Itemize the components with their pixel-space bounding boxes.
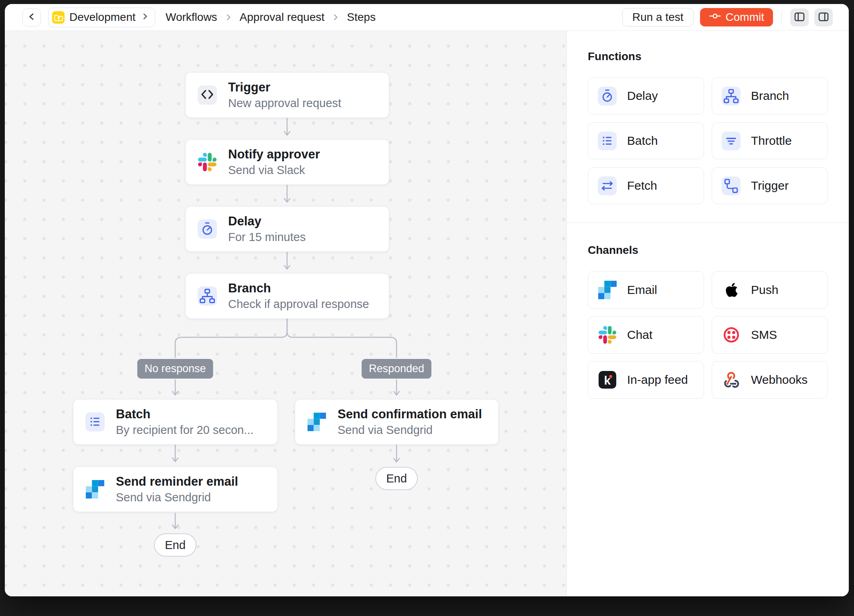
node-subtitle: By recipient for 20 secon... bbox=[116, 423, 253, 437]
node-text: Batch By recipient for 20 secon... bbox=[116, 407, 253, 437]
branch-icon bbox=[198, 286, 217, 306]
folder-icon bbox=[52, 11, 65, 24]
node-notify-approver[interactable]: Notify approver Send via Slack bbox=[185, 139, 389, 185]
channels-grid: Email Push bbox=[588, 271, 828, 399]
stopwatch-icon bbox=[598, 87, 617, 105]
node-text: Branch Check if approval response bbox=[228, 281, 369, 311]
webhook-icon bbox=[722, 371, 741, 389]
toggle-right-panel-button[interactable] bbox=[814, 8, 833, 26]
panel-right-icon bbox=[818, 11, 829, 24]
channel-sms-button[interactable]: SMS bbox=[712, 316, 828, 354]
function-label: Delay bbox=[627, 89, 658, 103]
channel-label: Email bbox=[627, 283, 657, 297]
main-area: Trigger New approval request Notify appr… bbox=[5, 31, 849, 596]
node-branch[interactable]: Branch Check if approval response bbox=[185, 273, 389, 319]
list-icon bbox=[85, 412, 105, 432]
function-fetch-button[interactable]: Fetch bbox=[588, 167, 704, 204]
chevron-right-icon bbox=[224, 12, 233, 22]
app-window: Development Workflows Approval request S… bbox=[5, 4, 849, 596]
function-label: Fetch bbox=[627, 179, 657, 192]
function-throttle-button[interactable]: Throttle bbox=[712, 122, 828, 159]
list-icon bbox=[598, 132, 617, 150]
topbar: Development Workflows Approval request S… bbox=[5, 4, 849, 31]
commit-icon bbox=[709, 11, 721, 24]
function-branch-button[interactable]: Branch bbox=[712, 77, 828, 114]
sendgrid-icon bbox=[307, 412, 326, 432]
node-subtitle: Send via Sendgrid bbox=[338, 423, 482, 437]
node-text: Trigger New approval request bbox=[228, 80, 341, 110]
channel-in-app-feed-button[interactable]: k In-app feed bbox=[588, 361, 704, 399]
node-title: Delay bbox=[228, 214, 306, 229]
sendgrid-icon bbox=[85, 480, 105, 499]
node-trigger[interactable]: Trigger New approval request bbox=[185, 72, 389, 118]
knock-icon: k bbox=[598, 371, 617, 389]
breadcrumb-approval-request[interactable]: Approval request bbox=[240, 11, 325, 24]
slack-icon bbox=[198, 152, 217, 172]
node-title: Batch bbox=[116, 407, 253, 421]
workflow-canvas[interactable]: Trigger New approval request Notify appr… bbox=[5, 31, 567, 596]
channel-webhooks-button[interactable]: Webhooks bbox=[712, 361, 828, 399]
project-name: Development bbox=[69, 11, 136, 24]
breadcrumb-workflows[interactable]: Workflows bbox=[166, 11, 217, 24]
channel-label: Push bbox=[751, 283, 778, 297]
channel-label: In-app feed bbox=[627, 373, 688, 387]
function-label: Trigger bbox=[751, 179, 789, 192]
toggle-left-panel-button[interactable] bbox=[790, 8, 809, 26]
node-text: Notify approver Send via Slack bbox=[228, 147, 320, 177]
project-switcher[interactable]: Development bbox=[48, 8, 155, 27]
functions-section-title: Functions bbox=[588, 50, 828, 63]
swap-arrows-icon bbox=[598, 176, 617, 195]
channel-label: SMS bbox=[751, 328, 777, 342]
node-text: Send reminder email Send via Sendgrid bbox=[116, 474, 238, 505]
function-delay-button[interactable]: Delay bbox=[588, 77, 704, 114]
node-batch[interactable]: Batch By recipient for 20 secon... bbox=[73, 399, 278, 445]
run-test-button[interactable]: Run a test bbox=[622, 8, 694, 26]
function-batch-button[interactable]: Batch bbox=[588, 122, 704, 159]
topbar-divider bbox=[781, 10, 782, 24]
function-trigger-button[interactable]: Trigger bbox=[712, 167, 828, 204]
node-subtitle: New approval request bbox=[228, 96, 341, 110]
node-title: Trigger bbox=[228, 80, 341, 95]
branch-label-responded: Responded bbox=[362, 359, 431, 379]
function-label: Throttle bbox=[751, 134, 792, 148]
stopwatch-icon bbox=[198, 219, 217, 239]
channel-push-button[interactable]: Push bbox=[712, 271, 828, 309]
chevron-right-icon bbox=[140, 12, 150, 23]
back-button[interactable] bbox=[22, 8, 41, 26]
sendgrid-icon bbox=[598, 281, 617, 300]
node-title: Branch bbox=[228, 281, 369, 296]
trigger-nodes-icon bbox=[722, 176, 741, 195]
channel-label: Webhooks bbox=[751, 373, 807, 387]
code-icon bbox=[198, 85, 217, 105]
throttle-icon bbox=[722, 132, 741, 150]
node-delay[interactable]: Delay For 15 minutes bbox=[185, 206, 389, 252]
node-title: Send confirmation email bbox=[338, 407, 482, 421]
apple-icon bbox=[722, 281, 741, 300]
node-text: Delay For 15 minutes bbox=[228, 214, 306, 244]
chevron-left-icon bbox=[26, 11, 37, 23]
twilio-icon bbox=[722, 326, 741, 344]
node-subtitle: Send via Slack bbox=[228, 163, 320, 177]
node-text: Send confirmation email Send via Sendgri… bbox=[338, 407, 482, 437]
panel-divider bbox=[567, 223, 849, 223]
node-title: Notify approver bbox=[228, 147, 320, 162]
end-node-responded: End bbox=[375, 467, 418, 490]
chevron-right-icon bbox=[331, 12, 340, 22]
branch-label-no-response: No response bbox=[137, 359, 213, 379]
node-title: Send reminder email bbox=[116, 474, 238, 489]
channel-chat-button[interactable]: Chat bbox=[588, 316, 704, 354]
function-label: Branch bbox=[751, 89, 789, 103]
step-library-panel: Functions Delay Br bbox=[567, 31, 849, 596]
channels-section-title: Channels bbox=[588, 244, 828, 257]
node-subtitle: For 15 minutes bbox=[228, 230, 306, 244]
node-subtitle: Send via Sendgrid bbox=[116, 490, 238, 505]
commit-label: Commit bbox=[726, 11, 764, 24]
node-send-reminder-email[interactable]: Send reminder email Send via Sendgrid bbox=[73, 466, 278, 512]
functions-grid: Delay Branch bbox=[588, 77, 828, 204]
commit-button[interactable]: Commit bbox=[700, 8, 773, 26]
node-send-confirmation-email[interactable]: Send confirmation email Send via Sendgri… bbox=[295, 399, 499, 445]
branch-icon bbox=[722, 87, 741, 105]
end-node-no-response: End bbox=[154, 533, 196, 557]
breadcrumb-steps[interactable]: Steps bbox=[347, 11, 376, 24]
channel-email-button[interactable]: Email bbox=[588, 271, 704, 309]
